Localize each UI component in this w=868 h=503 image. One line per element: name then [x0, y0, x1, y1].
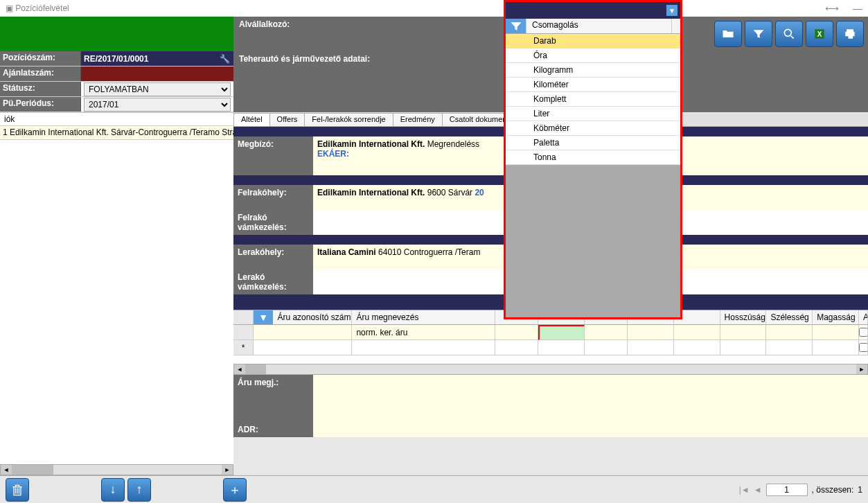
grid-scrollbar[interactable]: ◄►: [233, 364, 868, 375]
window-title: Pozíciófelvétel: [15, 3, 69, 13]
truck-label: Teherautó és járművezető adatai:: [239, 54, 370, 64]
tab-eredmeny[interactable]: Eredmény: [393, 113, 443, 126]
dropdown-header[interactable]: Csomagolás: [526, 19, 672, 33]
grid-new-row[interactable]: *: [233, 340, 868, 355]
cell-aruname[interactable]: norm. ker. áru: [352, 325, 495, 340]
dropdown-item-liter[interactable]: Liter: [506, 107, 680, 121]
arumegj-value[interactable]: [313, 375, 868, 422]
tab-offers[interactable]: Offers: [269, 113, 305, 126]
new-row-marker: *: [233, 340, 254, 355]
page-total: 1: [858, 485, 862, 495]
adr-checkbox[interactable]: [859, 328, 868, 337]
packaging-dropdown[interactable]: ▼ Csomagolás Darab Óra Kilogramm Kilomét…: [504, 0, 682, 319]
dropdown-item-darab[interactable]: Darab: [506, 34, 680, 48]
megbizo-extra: Megrendeléss: [427, 139, 479, 149]
col-aruname[interactable]: Áru megnevezés: [352, 310, 495, 324]
status-label: Státusz:: [0, 82, 81, 96]
open-folder-button[interactable]: [714, 21, 742, 47]
svg-point-0: [784, 29, 791, 36]
move-down-button[interactable]: ↓: [101, 478, 125, 502]
period-select[interactable]: 2017/01: [84, 98, 231, 112]
print-button[interactable]: [836, 21, 864, 47]
felrako-label: Felrakóhely:: [233, 185, 313, 210]
adr-label: ADR:: [233, 422, 313, 437]
page-input[interactable]: [766, 484, 808, 496]
col-aruid[interactable]: Áru azonosító szám: [273, 310, 352, 324]
ekaer-link[interactable]: EKÁER:: [317, 149, 349, 159]
offer-label: Ajánlatszám:: [0, 67, 81, 81]
minimize-icon[interactable]: —: [853, 3, 862, 14]
offer-value[interactable]: [81, 67, 233, 81]
add-button[interactable]: ＋: [223, 478, 247, 502]
lerako-addr: 64010 Controguerra /Teram: [378, 247, 480, 257]
dropdown-item-kilometer[interactable]: Kilométer: [506, 78, 680, 92]
lerako-value: Italiana Camini: [317, 247, 376, 257]
megbizo-value: Edilkamin International Kft.: [317, 139, 425, 149]
filter-button[interactable]: [745, 21, 772, 47]
position-label: Pozíciószám:: [0, 51, 81, 66]
tab-altetel[interactable]: Altétel: [233, 113, 270, 126]
col-adr[interactable]: ADR: [859, 310, 868, 324]
dropdown-item-kilogramm[interactable]: Kilogramm: [506, 63, 680, 78]
page-total-label: , összesen:: [812, 485, 854, 495]
move-up-button[interactable]: ↑: [127, 478, 151, 502]
lerakovam-label: Lerakó vámkezelés:: [233, 270, 313, 294]
page-first-icon[interactable]: |◄: [739, 485, 750, 495]
page-prev-icon[interactable]: ◄: [754, 485, 762, 495]
dropdown-item-kobmeter[interactable]: Köbméter: [506, 121, 680, 136]
delete-button[interactable]: [6, 478, 29, 502]
left-scrollbar[interactable]: ◄►: [0, 464, 233, 475]
megbizo-label: Megbízó:: [233, 136, 313, 175]
felrako-value: Edilkamin International Kft.: [317, 188, 425, 197]
lerako-label: Lerakóhely:: [233, 245, 313, 270]
position-value: RE/2017/01/0001: [84, 54, 148, 64]
dropdown-arrow-icon[interactable]: ▼: [666, 5, 677, 16]
wrench-icon[interactable]: 🔧: [218, 53, 231, 65]
col-hossz[interactable]: Hosszúság: [720, 310, 767, 324]
dropdown-item-paletta[interactable]: Paletta: [506, 136, 680, 150]
grid-row[interactable]: norm. ker. áru: [233, 325, 868, 340]
dropdown-item-tonna[interactable]: Tonna: [506, 150, 680, 165]
resize-icon[interactable]: ⟷: [825, 3, 839, 14]
search-button[interactable]: [775, 21, 803, 47]
svg-text:X: X: [817, 30, 822, 38]
app-icon: ▣: [6, 3, 13, 13]
active-editing-cell[interactable]: [538, 325, 585, 340]
status-select[interactable]: FOLYAMATBAN: [84, 82, 231, 96]
subcontractor-label: Alvállalkozó:: [239, 19, 498, 29]
left-list-header: iók: [0, 112, 233, 126]
tab-sorrend[interactable]: Fel-/lerakók sorrendje: [304, 113, 393, 126]
adr-value[interactable]: [313, 422, 868, 437]
felrako-addr: 9600 Sárvár: [427, 188, 472, 197]
arumegj-label: Áru megj.:: [233, 375, 313, 422]
export-excel-button[interactable]: X: [806, 21, 833, 47]
col-szel[interactable]: Szélesség: [766, 310, 813, 324]
period-label: Pü.Periódus:: [0, 97, 81, 112]
row-selector-header: [233, 310, 254, 324]
adr-checkbox-new[interactable]: [859, 343, 868, 352]
dropdown-item-ora[interactable]: Óra: [506, 48, 680, 63]
felrakovam-label: Felrakó vámkezelés:: [233, 210, 313, 235]
col-mag[interactable]: Magasság: [813, 310, 859, 324]
dropdown-filter-icon[interactable]: [506, 19, 526, 33]
grid-filter-icon[interactable]: ▼: [254, 310, 273, 324]
status-color-block: [0, 17, 233, 51]
dropdown-item-komplett[interactable]: Komplett: [506, 92, 680, 107]
felrako-link[interactable]: 20: [475, 188, 484, 197]
left-list-row[interactable]: 1 Edilkamin International Kft. Sárvár-Co…: [0, 126, 233, 140]
